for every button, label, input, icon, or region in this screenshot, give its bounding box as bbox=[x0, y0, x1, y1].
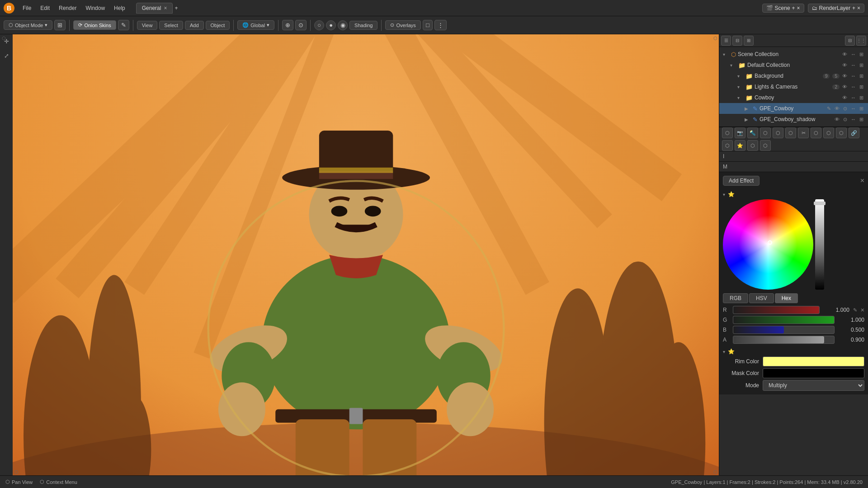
background-grid[interactable]: ⊞ bbox=[859, 73, 864, 79]
scene-close-icon[interactable]: × bbox=[797, 5, 800, 11]
menu-render[interactable]: Render bbox=[55, 3, 80, 13]
b-slider[interactable] bbox=[733, 326, 835, 334]
lights-cameras-grid[interactable]: ⊞ bbox=[859, 84, 864, 90]
mask-color-swatch[interactable] bbox=[763, 368, 864, 378]
viewport[interactable]: ✛ ⤢ ⬡ ⬡ ⬡ ⬡ bbox=[0, 34, 719, 475]
render-mode-material[interactable]: ● bbox=[326, 20, 336, 30]
default-collection-grid[interactable]: ⊞ bbox=[859, 62, 864, 68]
scene-collection-lock-icon[interactable]: ↔ bbox=[850, 52, 857, 57]
gpe-cowboy-shadow-lock[interactable]: ↔ bbox=[850, 117, 857, 122]
render-layer-add-icon[interactable]: + bbox=[852, 5, 855, 11]
add-workspace-tab-button[interactable]: + bbox=[175, 5, 178, 11]
background-visibility[interactable]: 👁 bbox=[841, 73, 848, 79]
effect2-star-icon[interactable]: ⭐ bbox=[728, 348, 735, 355]
prop-tool-render[interactable]: 📷 bbox=[735, 127, 745, 138]
color-picker-dot[interactable] bbox=[768, 240, 772, 245]
scene-selector[interactable]: 🎬 Scene + × bbox=[762, 4, 804, 13]
render-layer-close-icon[interactable]: × bbox=[857, 5, 860, 11]
wireframe-btn[interactable]: □ bbox=[423, 20, 433, 30]
menu-file[interactable]: File bbox=[19, 3, 35, 13]
tree-scene-collection[interactable]: ▾ ⬡ Scene Collection 👁 ↔ ⊞ bbox=[719, 49, 868, 60]
prop-tool-constraints[interactable]: 🔗 bbox=[849, 127, 859, 138]
tree-cowboy[interactable]: ▾ 📁 Cowboy 👁 ↔ ⊞ bbox=[719, 92, 868, 103]
prop-tool-modifier[interactable]: ⬡ bbox=[811, 127, 821, 138]
gpe-cowboy-shadow-visibility[interactable]: 👁 bbox=[834, 117, 840, 122]
gpe-cowboy-shadow-grid[interactable]: ⊞ bbox=[859, 117, 864, 122]
gpe-cowboy-select[interactable]: ⊙ bbox=[842, 106, 848, 112]
overlays-btn[interactable]: ⊙ Overlays bbox=[385, 20, 420, 30]
brightness-slider[interactable] bbox=[815, 199, 824, 290]
render-mode-render[interactable]: ◉ bbox=[338, 20, 348, 30]
lights-cameras-visibility[interactable]: 👁 bbox=[841, 84, 848, 90]
gpe-cowboy-grid[interactable]: ⊞ bbox=[859, 106, 864, 112]
scene-collection-visibility-icon[interactable]: 👁 bbox=[841, 52, 848, 57]
lights-cameras-lock[interactable]: ↔ bbox=[850, 84, 857, 90]
shading-btn[interactable]: Shading bbox=[349, 21, 377, 30]
corner-br-handle[interactable]: ⬡ bbox=[712, 468, 719, 475]
corner-tl-handle[interactable]: ⬡ bbox=[0, 34, 7, 42]
snap-btn[interactable]: ⊕ bbox=[282, 20, 293, 30]
effect2-expand-icon[interactable]: ▾ bbox=[723, 349, 725, 354]
viewport-display-btn[interactable]: ⊞ bbox=[54, 20, 66, 30]
add-effect-close-icon[interactable]: × bbox=[860, 177, 864, 185]
cowboy-grid[interactable]: ⊞ bbox=[859, 95, 864, 101]
gpe-cowboy-lock[interactable]: ↔ bbox=[850, 106, 857, 112]
cowboy-visibility[interactable]: 👁 bbox=[841, 95, 848, 101]
prop-tool-data[interactable]: ⬡ bbox=[722, 140, 733, 151]
outliner-view-all-btn[interactable]: ⋮⋮ bbox=[856, 36, 866, 46]
object-menu-btn[interactable]: Object bbox=[206, 21, 230, 30]
select-menu-btn[interactable]: Select bbox=[159, 21, 183, 30]
prop-tool-view-layer[interactable]: ⬡ bbox=[760, 127, 771, 138]
default-collection-lock[interactable]: ↔ bbox=[850, 62, 857, 68]
tab-hsv[interactable]: HSV bbox=[749, 293, 774, 303]
blender-logo[interactable]: B bbox=[4, 3, 14, 14]
prop-tool-world[interactable]: ⬡ bbox=[785, 127, 796, 138]
menu-window[interactable]: Window bbox=[82, 3, 108, 13]
outliner-icon-btn1[interactable]: ☰ bbox=[721, 36, 731, 46]
mode-selector[interactable]: ⬡ Object Mode ▾ bbox=[4, 20, 52, 30]
tree-lights-cameras[interactable]: ▾ 📁 Lights & Cameras 2 👁 ↔ ⊞ bbox=[719, 81, 868, 92]
tree-default-collection[interactable]: ▾ 📁 Default Collection 👁 ↔ ⊞ bbox=[719, 60, 868, 70]
tab-hex[interactable]: Hex bbox=[775, 293, 798, 303]
gpe-cowboy-shadow-select[interactable]: ⊙ bbox=[842, 117, 848, 122]
view-menu-btn[interactable]: View bbox=[137, 21, 158, 30]
gpe-cowboy-visibility[interactable]: 👁 bbox=[834, 106, 840, 112]
tree-gpe-cowboy[interactable]: ▶ ✎ GPE_Cowboy ✎ 👁 ⊙ ↔ ⊞ bbox=[719, 103, 868, 114]
r-slider[interactable] bbox=[733, 306, 820, 314]
vp-move-tool[interactable]: ⤢ bbox=[1, 51, 11, 61]
prop-tool-scene2[interactable]: ⬡ bbox=[773, 127, 783, 138]
a-slider[interactable] bbox=[733, 336, 835, 344]
background-lock[interactable]: ↔ bbox=[850, 73, 857, 79]
cowboy-lock[interactable]: ↔ bbox=[850, 95, 857, 101]
prop-tool-vfx[interactable]: ⬡ bbox=[760, 140, 771, 151]
render-mode-solid[interactable]: ○ bbox=[314, 20, 324, 30]
scene-collection-grid-icon[interactable]: ⊞ bbox=[859, 52, 864, 57]
effect1-star-icon[interactable]: ⭐ bbox=[728, 191, 735, 197]
mode-select[interactable]: MultiplyAddSubtractScreenOverlay bbox=[763, 380, 864, 391]
outliner-icon-btn3[interactable]: ⊞ bbox=[744, 36, 754, 46]
rim-color-swatch[interactable] bbox=[763, 357, 864, 366]
prop-tool-shader[interactable]: ⬡ bbox=[747, 140, 758, 151]
prop-tool-physics[interactable]: ⬡ bbox=[836, 127, 847, 138]
scene-add-icon[interactable]: + bbox=[792, 5, 795, 11]
workspace-tab-general[interactable]: General × bbox=[136, 3, 173, 14]
effect1-expand-icon[interactable]: ▾ bbox=[723, 192, 725, 197]
global-btn[interactable]: 🌐 Global ▾ bbox=[237, 20, 274, 30]
brightness-handle[interactable] bbox=[814, 202, 826, 205]
outliner-filter-btn[interactable]: ⊟ bbox=[845, 36, 855, 46]
tab-rgb[interactable]: RGB bbox=[723, 293, 748, 303]
color-wheel-wrapper[interactable] bbox=[723, 199, 813, 290]
menu-edit[interactable]: Edit bbox=[37, 3, 53, 13]
tree-gpe-cowboy-shadow[interactable]: ▶ ✎ GPE_Cowboy_shadow 👁 ⊙ ↔ ⊞ bbox=[719, 114, 868, 125]
onion-skins-btn[interactable]: ⟳ Onion Skins bbox=[73, 20, 116, 30]
menu-help[interactable]: Help bbox=[110, 3, 129, 13]
corner-tr-handle[interactable]: ⬡ bbox=[712, 34, 719, 42]
prop-tool-output[interactable]: 🔦 bbox=[747, 127, 758, 138]
corner-bl-handle[interactable]: ⬡ bbox=[13, 468, 20, 475]
add-effect-button[interactable]: Add Effect bbox=[723, 176, 760, 186]
prop-tool-object[interactable]: ✂ bbox=[798, 127, 809, 138]
tree-background[interactable]: ▾ 📁 Background 9 5 👁 ↔ ⊞ bbox=[719, 70, 868, 81]
prop-tool-scene[interactable]: ⬡ bbox=[722, 127, 733, 138]
render-layer-selector[interactable]: 🗂 RenderLayer + × bbox=[808, 4, 864, 13]
gpe-cowboy-edit-icon[interactable]: ✎ bbox=[826, 106, 832, 112]
